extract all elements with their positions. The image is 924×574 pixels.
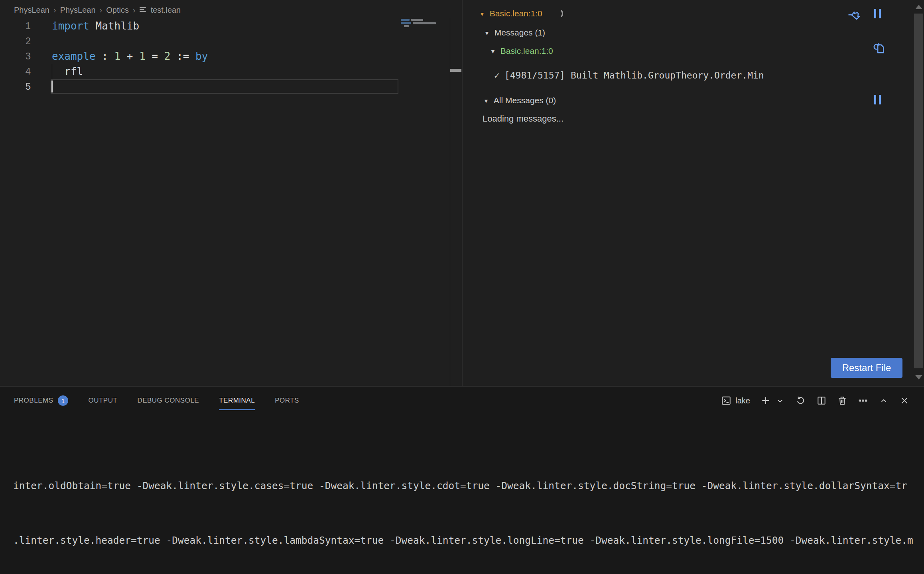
- chevron-expanded-icon[interactable]: ▼: [484, 30, 490, 36]
- terminal-process-label: lake: [735, 396, 750, 405]
- editor-cursor: [51, 81, 53, 92]
- close-panel-icon[interactable]: [899, 395, 910, 406]
- restart-file-button[interactable]: Restart File: [831, 358, 902, 378]
- breadcrumb-item-file[interactable]: test.lean: [151, 6, 181, 15]
- scroll-down-arrow-icon[interactable]: [915, 375, 922, 379]
- kill-terminal-trash-icon[interactable]: [837, 395, 847, 406]
- panel-tab[interactable]: TERMINAL: [219, 387, 255, 415]
- panel-tab[interactable]: DEBUG CONSOLE: [137, 387, 199, 415]
- code-line-content: import Mathlib: [52, 20, 139, 32]
- pin-icon[interactable]: [847, 7, 861, 21]
- minimap[interactable]: [401, 18, 439, 29]
- chevron-expanded-icon[interactable]: ▼: [490, 48, 496, 55]
- file-icon: [140, 7, 147, 14]
- build-message-text: [4981/5157] Built Mathlib.GroupTheory.Or…: [504, 70, 764, 81]
- chevron-expanded-icon[interactable]: ▼: [483, 98, 489, 104]
- breadcrumb: PhysLean › PhysLean › Optics › test.lean: [14, 3, 181, 17]
- terminal-icon: [721, 395, 731, 406]
- terminal-dropdown-chevron-icon[interactable]: [775, 395, 785, 406]
- line-number-active: 5: [0, 81, 31, 92]
- code-line: 4 rfl: [0, 64, 450, 79]
- code-line-content: rfl: [52, 65, 83, 77]
- message-group-label: Basic.lean:1:0: [500, 46, 553, 56]
- current-line-highlight: [51, 79, 398, 94]
- messages-section-header[interactable]: ▼ Messages (1): [484, 26, 545, 39]
- all-messages-header-label: All Messages (0): [494, 96, 556, 105]
- panel-actions: lake: [721, 387, 910, 415]
- messages-header-label: Messages (1): [495, 28, 545, 37]
- terminal-line: inter.oldObtain=true -Dweak.linter.style…: [13, 479, 924, 493]
- all-messages-section-header[interactable]: ▼ All Messages (0): [483, 94, 556, 107]
- terminal-process-item[interactable]: lake: [721, 395, 750, 406]
- breadcrumb-item-physlean-1[interactable]: PhysLean: [14, 6, 49, 15]
- loading-messages-status: Loading messages...: [483, 112, 563, 125]
- code-line: 2: [0, 33, 450, 49]
- copy-to-comment-icon[interactable]: [872, 41, 886, 55]
- code-line-content: example : 1 + 1 = 2 := by: [52, 50, 208, 62]
- editor-pane: PhysLean › PhysLean › Optics › test.lean…: [0, 0, 462, 386]
- line-number: 3: [0, 51, 31, 62]
- indent-guide: [52, 64, 52, 79]
- problems-count-badge: 1: [58, 395, 68, 406]
- pause-updating-icon[interactable]: [874, 9, 888, 22]
- infoview-scrollbar[interactable]: [913, 0, 924, 382]
- loading-spinner-icon: [553, 8, 563, 19]
- scrollbar-thumb[interactable]: [914, 14, 923, 368]
- scroll-up-arrow-icon[interactable]: [915, 5, 922, 9]
- maximize-panel-chevron-icon[interactable]: [879, 395, 889, 406]
- overview-ruler-cursor-marker: [450, 69, 461, 72]
- line-number: 1: [0, 20, 31, 31]
- line-number: 4: [0, 66, 31, 77]
- code-line: 1 import Mathlib: [0, 18, 450, 33]
- breadcrumb-separator: ›: [53, 6, 56, 15]
- code-line: 3 example : 1 + 1 = 2 := by: [0, 49, 450, 64]
- more-actions-icon[interactable]: [858, 395, 868, 406]
- build-message: ✓ [4981/5157] Built Mathlib.GroupTheory.…: [494, 69, 764, 82]
- overview-ruler-border: [450, 18, 450, 386]
- relaunch-terminal-icon[interactable]: [796, 395, 806, 406]
- panel-tabs: PROBLEMS 1 OUTPUT DEBUG CONSOLE TERMINAL: [14, 387, 299, 415]
- split-terminal-icon[interactable]: [816, 395, 827, 406]
- infoview-position-header[interactable]: ▼ Basic.lean:1:0: [479, 7, 563, 20]
- bottom-panel: PROBLEMS 1 OUTPUT DEBUG CONSOLE TERMINAL: [0, 386, 924, 574]
- vscode-window: PhysLean › PhysLean › Optics › test.lean…: [0, 0, 924, 574]
- lean-infoview: ▼ Basic.lean:1:0 ▼ Messages (1) ▼ Basic.…: [463, 0, 924, 386]
- terminal-line: .linter.style.header=true -Dweak.linter.…: [13, 534, 924, 547]
- breadcrumb-separator: ›: [100, 6, 102, 15]
- line-number: 2: [0, 35, 31, 47]
- message-group-header[interactable]: ▼ Basic.lean:1:0: [490, 45, 553, 57]
- new-terminal-icon[interactable]: [760, 395, 771, 406]
- breadcrumb-separator: ›: [133, 6, 136, 15]
- panel-tab[interactable]: OUTPUT: [88, 387, 117, 415]
- check-icon: ✓: [494, 70, 500, 81]
- panel-tab[interactable]: PROBLEMS 1: [14, 387, 68, 415]
- breadcrumb-item-physlean-2[interactable]: PhysLean: [60, 6, 96, 15]
- terminal-output[interactable]: inter.oldObtain=true -Dweak.linter.style…: [13, 424, 924, 574]
- position-label: Basic.lean:1:0: [490, 9, 542, 18]
- chevron-expanded-icon[interactable]: ▼: [479, 11, 485, 17]
- breadcrumb-item-optics[interactable]: Optics: [106, 6, 129, 15]
- pause-all-messages-icon[interactable]: [874, 95, 888, 108]
- panel-tab[interactable]: PORTS: [275, 387, 299, 415]
